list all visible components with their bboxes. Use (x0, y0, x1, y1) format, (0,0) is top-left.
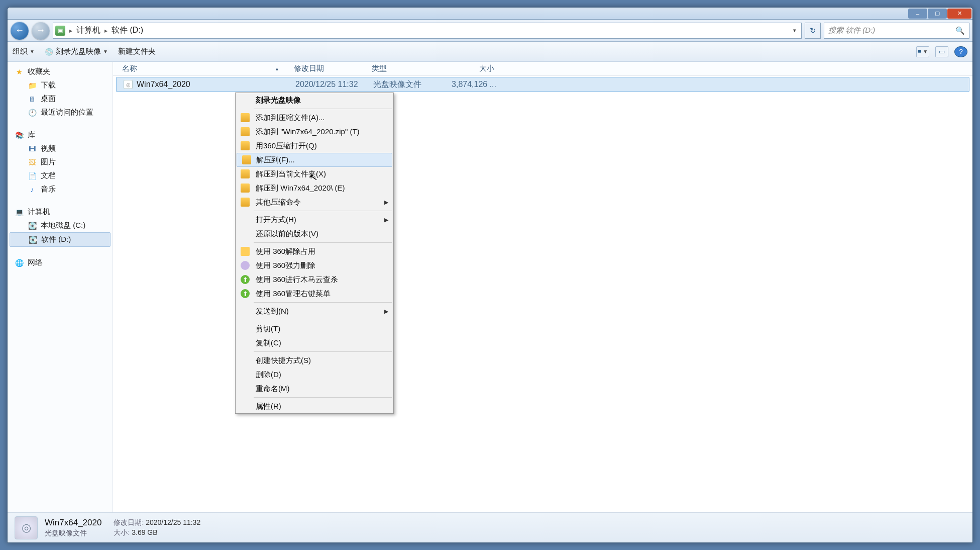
sidebar-item-documents[interactable]: 📄文档 (8, 169, 113, 182)
sidebar-label: 网络 (28, 258, 43, 267)
back-button[interactable]: ← (11, 22, 29, 40)
360g-icon: ⬆ (241, 275, 250, 284)
sidebar-label: 收藏夹 (28, 67, 50, 76)
sidebar-item-label: 软件 (D:) (41, 235, 71, 244)
sidebar-item-pictures[interactable]: 🖼图片 (8, 155, 113, 169)
burn-image-button[interactable]: 💿 刻录光盘映像 ▼ (45, 47, 108, 56)
menu-item-label: 使用 360管理右键菜单 (256, 289, 331, 299)
column-size[interactable]: 大小 (445, 64, 500, 73)
organize-menu[interactable]: 组织 ▼ (13, 47, 35, 56)
menu-separator (254, 211, 392, 211)
menu-item-label: 刻录光盘映像 (256, 96, 301, 105)
sidebar-favorites[interactable]: ★收藏夹 (8, 65, 113, 78)
maximize-button[interactable]: ▢ (928, 9, 947, 19)
context-menu-item[interactable]: 添加到压缩文件(A)... (236, 111, 393, 125)
address-bar[interactable]: ▣ ▸ 计算机 ▸ 软件 (D:) ▾ (53, 23, 802, 39)
context-menu-item[interactable]: 创建快捷方式(S) (236, 353, 393, 368)
menu-separator (254, 302, 392, 303)
menu-separator (254, 109, 392, 109)
status-bar: ◎ Win7x64_2020 光盘映像文件 修改日期: 2020/12/25 1… (8, 512, 972, 542)
sidebar-item-music[interactable]: ♪音乐 (8, 182, 113, 196)
column-name[interactable]: 名称▲ (113, 64, 289, 73)
body: ★收藏夹 📁下载 🖥桌面 🕘最近访问的位置 📚库 🎞视频 🖼图片 📄文档 ♪音乐… (8, 62, 972, 512)
zip-icon (241, 184, 250, 193)
context-menu-item[interactable]: 打开方式(H)▶ (236, 213, 393, 227)
context-menu-item[interactable]: 解压到(F)... (237, 153, 392, 167)
sidebar-item-desktop[interactable]: 🖥桌面 (8, 92, 113, 106)
document-icon: 📄 (28, 171, 37, 180)
menu-item-label: 使用 360强力删除 (256, 261, 315, 270)
view-mode-button[interactable]: ≡▼ (916, 46, 929, 57)
chevron-down-icon: ▼ (103, 49, 108, 54)
sidebar-item-drive-d[interactable]: 💽软件 (D:) (10, 232, 111, 247)
context-menu-item[interactable]: 复制(C) (236, 336, 393, 350)
menu-item-label: 还原以前的版本(V) (256, 229, 318, 239)
explorer-window: – ▢ ✕ ← → ▣ ▸ 计算机 ▸ 软件 (D:) ▾ ↻ 搜索 软件 (D… (7, 7, 973, 543)
video-icon: 🎞 (28, 144, 37, 153)
sidebar-network[interactable]: 🌐网络 (8, 256, 113, 269)
preview-pane-button[interactable]: ▭ (935, 46, 948, 57)
file-date: 2020/12/25 11:32 (290, 80, 368, 89)
context-menu-item[interactable]: 删除(D) (236, 368, 393, 382)
sidebar-label: 计算机 (28, 207, 50, 217)
sidebar-item-recent[interactable]: 🕘最近访问的位置 (8, 106, 113, 119)
status-size-label: 大小: (114, 528, 130, 536)
context-menu-item[interactable]: 发送到(N)▶ (236, 304, 393, 318)
picture-icon: 🖼 (28, 158, 37, 167)
context-menu-item[interactable]: 用360压缩打开(Q) (236, 139, 393, 153)
context-menu-item[interactable]: 其他压缩命令▶ (236, 195, 393, 209)
breadcrumb-drive[interactable]: 软件 (D:) (112, 25, 143, 36)
zip-icon (241, 198, 250, 207)
menu-item-label: 使用 360解除占用 (256, 247, 315, 256)
status-size-value: 3.69 GB (132, 528, 157, 536)
table-row[interactable]: ◎Win7x64_2020 2020/12/25 11:32 光盘映像文件 3,… (116, 77, 969, 92)
context-menu-item[interactable]: 刻录光盘映像 (236, 93, 393, 107)
context-menu-item[interactable]: 使用 360强力删除 (236, 258, 393, 272)
new-folder-button[interactable]: 新建文件夹 (118, 47, 156, 56)
menu-item-label: 删除(D) (256, 370, 281, 380)
new-folder-label: 新建文件夹 (118, 47, 156, 56)
search-placeholder: 搜索 软件 (D:) (828, 26, 875, 35)
context-menu-item[interactable]: 重命名(M) (236, 382, 393, 396)
sidebar-libraries[interactable]: 📚库 (8, 128, 113, 142)
column-date[interactable]: 修改日期 (289, 64, 367, 73)
file-thumbnail-icon: ◎ (15, 516, 38, 539)
sidebar-item-drive-c[interactable]: 💽本地磁盘 (C:) (8, 219, 113, 232)
refresh-button[interactable]: ↻ (805, 23, 821, 39)
file-size: 3,874,126 ... (446, 80, 501, 89)
network-icon: 🌐 (15, 258, 24, 267)
desktop-icon: 🖥 (28, 95, 37, 104)
sidebar-item-label: 音乐 (41, 185, 56, 194)
breadcrumb-computer[interactable]: 计算机 (76, 25, 100, 36)
address-dropdown[interactable]: ▾ (790, 27, 799, 34)
context-menu-item[interactable]: 使用 360解除占用 (236, 244, 393, 258)
toolbar: 组织 ▼ 💿 刻录光盘映像 ▼ 新建文件夹 ≡▼ ▭ ? (8, 42, 972, 62)
context-menu-item[interactable]: 属性(R) (236, 399, 393, 413)
help-button[interactable]: ? (954, 46, 967, 57)
menu-separator (254, 351, 392, 352)
column-type[interactable]: 类型 (367, 64, 445, 73)
context-menu-item[interactable]: ⬆使用 360管理右键菜单 (236, 287, 393, 301)
search-input[interactable]: 搜索 软件 (D:) 🔍 (824, 23, 969, 39)
context-menu-item[interactable]: ⬆使用 360进行木马云查杀 (236, 272, 393, 287)
sidebar-item-label: 文档 (41, 171, 56, 180)
context-menu-item[interactable]: 添加到 "Win7x64_2020.zip" (T) (236, 125, 393, 139)
minimize-button[interactable]: – (908, 9, 927, 19)
sidebar-item-videos[interactable]: 🎞视频 (8, 142, 113, 155)
menu-item-label: 属性(R) (256, 402, 281, 411)
close-button[interactable]: ✕ (947, 9, 971, 19)
sidebar-computer[interactable]: 💻计算机 (8, 205, 113, 219)
titlebar: – ▢ ✕ (8, 8, 972, 20)
disc-icon: 💿 (45, 47, 54, 56)
sidebar-item-downloads[interactable]: 📁下载 (8, 78, 113, 92)
iso-file-icon: ◎ (124, 80, 133, 89)
menu-item-label: 发送到(N) (256, 307, 289, 316)
recent-icon: 🕘 (28, 108, 37, 117)
360o-icon (241, 247, 250, 256)
context-menu-item[interactable]: 还原以前的版本(V) (236, 227, 393, 241)
menu-item-label: 使用 360进行木马云查杀 (256, 275, 338, 285)
sidebar-item-label: 最近访问的位置 (41, 108, 93, 117)
forward-button[interactable]: → (32, 22, 50, 40)
sidebar-item-label: 图片 (41, 157, 56, 167)
context-menu-item[interactable]: 剪切(T) (236, 322, 393, 336)
